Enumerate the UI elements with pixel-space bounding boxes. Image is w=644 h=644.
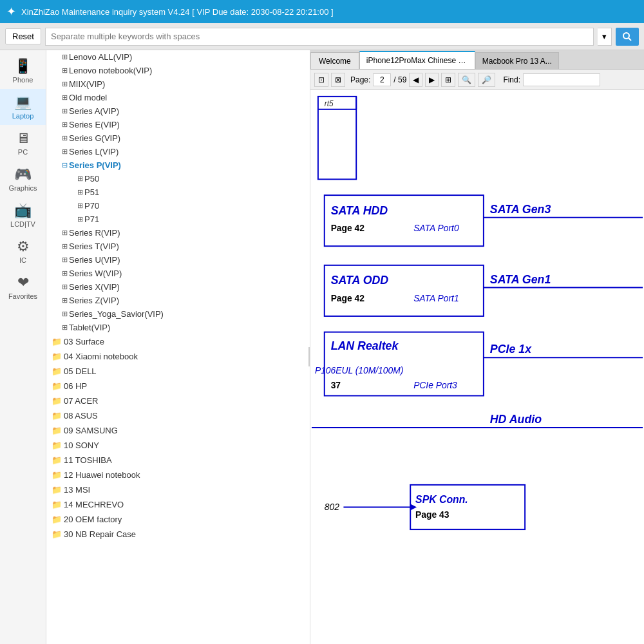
pdf-page-label: Page:	[350, 75, 370, 84]
tree-node-series-w[interactable]: ⊞ Series W(VIP)	[46, 267, 310, 280]
tab-macbook[interactable]: Macbook Pro 13 A...	[475, 52, 559, 69]
tree-node-series-l[interactable]: ⊞ Series L(VIP)	[46, 145, 310, 158]
pdf-tool-btn-1[interactable]: ⊡	[314, 73, 328, 87]
folder-icon: 📁	[52, 426, 62, 435]
tree-node-lenovo-all[interactable]: ⊞ Lenovo ALL(VIP)	[46, 50, 310, 64]
tree-node-series-e[interactable]: ⊞ Series E(VIP)	[46, 118, 310, 131]
pdf-fit-btn[interactable]: ⊞	[441, 73, 455, 87]
tree-node-p70[interactable]: ⊞ P70	[46, 199, 310, 213]
favorites-icon: ❤	[17, 274, 29, 291]
tree-node-lenovo-notebook[interactable]: ⊞ Lenovo notebook(VIP)	[46, 64, 310, 77]
tree-node-oem[interactable]: 📁 20 OEM factory	[46, 512, 310, 527]
tree-node-old-model[interactable]: ⊞ Old model	[46, 91, 310, 104]
tree-node-series-t[interactable]: ⊞ Series T(VIP)	[46, 240, 310, 253]
sidebar-item-phone[interactable]: 📱 Phone	[0, 53, 46, 89]
folder-icon: 📁	[52, 455, 62, 465]
tree-node-p71[interactable]: ⊞ P71	[46, 213, 310, 226]
pdf-toolbar: ⊡ ⊠ Page: / 59 ◀ ▶ ⊞ 🔍 🔎 Find:	[310, 70, 644, 90]
tab-iphone12[interactable]: iPhone12ProMax Chinese Schematic 820-019…	[359, 51, 475, 69]
pdf-tool-btn-2[interactable]: ⊠	[331, 73, 345, 87]
tree-panel[interactable]: ⊞ Lenovo ALL(VIP) ⊞ Lenovo notebook(VIP)…	[46, 50, 310, 644]
tree-node-sony[interactable]: 📁 10 SONY	[46, 438, 310, 453]
svg-text:P106EUL (10M/100M): P106EUL (10M/100M)	[315, 365, 403, 375]
svg-text:PCIe Port3: PCIe Port3	[413, 380, 457, 390]
svg-text:802: 802	[325, 502, 339, 512]
tab-bar: Welcome iPhone12ProMax Chinese Schematic…	[310, 50, 644, 70]
tree-node-asus[interactable]: 📁 08 ASUS	[46, 408, 310, 423]
sidebar-label-graphics: Graphics	[8, 184, 37, 192]
lcdtv-icon: 📺	[14, 202, 32, 219]
sidebar-label-laptop: Laptop	[12, 112, 34, 120]
tree-node-tablet[interactable]: ⊞ Tablet(VIP)	[46, 321, 310, 334]
svg-text:SATA Port0: SATA Port0	[413, 223, 459, 233]
sidebar-label-favorites: Favorites	[8, 292, 37, 300]
tree-node-acer[interactable]: 📁 07 ACER	[46, 393, 310, 408]
tree-node-hp[interactable]: 📁 06 HP	[46, 379, 310, 393]
svg-text:SATA Gen3: SATA Gen3	[490, 203, 551, 216]
folder-icon: 📁	[52, 352, 62, 361]
sidebar-item-graphics[interactable]: 🎮 Graphics	[0, 161, 46, 197]
tree-node-series-u[interactable]: ⊞ Series U(VIP)	[46, 253, 310, 267]
svg-text:SATA Port1: SATA Port1	[413, 293, 459, 303]
pdf-prev-btn[interactable]: ◀	[409, 73, 422, 87]
tree-node-p51[interactable]: ⊞ P51	[46, 185, 310, 199]
tree-node-series-g[interactable]: ⊞ Series G(VIP)	[46, 131, 310, 145]
tree-node-huawei[interactable]: 📁 12 Huawei notebook	[46, 468, 310, 482]
folder-icon: 📁	[52, 381, 62, 391]
sidebar-item-favorites[interactable]: ❤ Favorites	[0, 269, 46, 305]
search-button[interactable]	[616, 28, 639, 46]
tree-node-msi[interactable]: 📁 13 MSI	[46, 482, 310, 497]
tree-node-series-r[interactable]: ⊞ Series R(VIP)	[46, 226, 310, 240]
ic-icon: ⚙	[17, 238, 30, 255]
pdf-zoom-in-btn[interactable]: 🔍	[458, 73, 475, 87]
search-dropdown-button[interactable]: ▾	[598, 28, 612, 46]
tree-node-samsung[interactable]: 📁 09 SAMSUNG	[46, 423, 310, 438]
svg-text:Page 43: Page 43	[415, 509, 450, 520]
folder-icon: 📁	[52, 485, 62, 495]
svg-text:SPK Conn.: SPK Conn.	[415, 494, 468, 505]
svg-text:Page 42: Page 42	[331, 293, 365, 303]
schematic-canvas: rt5 SATA HDD Page 42 SATA Port0 SATA Gen…	[310, 90, 644, 644]
tree-node-series-z[interactable]: ⊞ Series Z(VIP)	[46, 294, 310, 307]
tree-node-dell[interactable]: 📁 05 DELL	[46, 364, 310, 379]
tree-node-p50[interactable]: ⊞ P50	[46, 172, 310, 185]
app-icon: ✦	[6, 5, 16, 19]
svg-text:Page 42: Page 42	[331, 223, 365, 233]
tree-node-nb-repair[interactable]: 📁 30 NB Repair Case	[46, 527, 310, 542]
tree-node-mechrevo[interactable]: 📁 14 MECHREVO	[46, 497, 310, 512]
tree-node-miix[interactable]: ⊞ MIIX(VIP)	[46, 77, 310, 91]
svg-text:SATA HDD: SATA HDD	[331, 204, 388, 217]
pdf-page-total: / 59	[393, 75, 406, 84]
svg-text:SATA Gen1: SATA Gen1	[490, 273, 551, 286]
svg-text:PCIe 1x: PCIe 1x	[490, 343, 532, 355]
svg-line-1	[629, 38, 631, 41]
tree-node-surface[interactable]: 📁 03 Surface	[46, 334, 310, 349]
main-area: 📱 Phone 💻 Laptop 🖥 PC 🎮 Graphics 📺 LCD|T…	[0, 50, 644, 644]
reset-button[interactable]: Reset	[5, 28, 41, 44]
search-input[interactable]	[45, 28, 594, 46]
sidebar-item-lcdtv[interactable]: 📺 LCD|TV	[0, 197, 46, 233]
tree-node-series-a[interactable]: ⊞ Series A(VIP)	[46, 104, 310, 118]
tree-node-series-p[interactable]: ⊟ Series P(VIP)	[46, 158, 310, 172]
pdf-zoom-out-btn[interactable]: 🔎	[478, 73, 495, 87]
svg-text:rt5: rt5	[325, 99, 334, 108]
tree-node-xiaomi[interactable]: 📁 04 Xiaomi notebook	[46, 349, 310, 364]
pdf-page-input[interactable]	[373, 73, 391, 86]
svg-rect-12	[325, 265, 484, 316]
folder-icon: 📁	[52, 366, 62, 376]
svg-rect-27	[410, 485, 525, 529]
search-icon	[622, 32, 632, 42]
tree-node-series-x[interactable]: ⊞ Series X(VIP)	[46, 280, 310, 294]
tree-node-toshiba[interactable]: 📁 11 TOSHIBA	[46, 453, 310, 468]
pdf-next-btn[interactable]: ▶	[425, 73, 439, 87]
sidebar-item-ic[interactable]: ⚙ IC	[0, 233, 46, 269]
tree-node-series-yoga[interactable]: ⊞ Series_Yoga_Savior(VIP)	[46, 307, 310, 321]
app-title: XinZhiZao Maintenance inquiry system V4.…	[21, 7, 334, 17]
sidebar-item-pc[interactable]: 🖥 PC	[0, 125, 46, 161]
pdf-find-input[interactable]	[523, 73, 600, 86]
sidebar-label-pc: PC	[18, 148, 28, 156]
tab-welcome[interactable]: Welcome	[310, 52, 359, 69]
svg-text:LAN Realtek: LAN Realtek	[331, 339, 399, 352]
sidebar-item-laptop[interactable]: 💻 Laptop	[0, 89, 46, 125]
folder-icon: 📁	[52, 440, 62, 450]
